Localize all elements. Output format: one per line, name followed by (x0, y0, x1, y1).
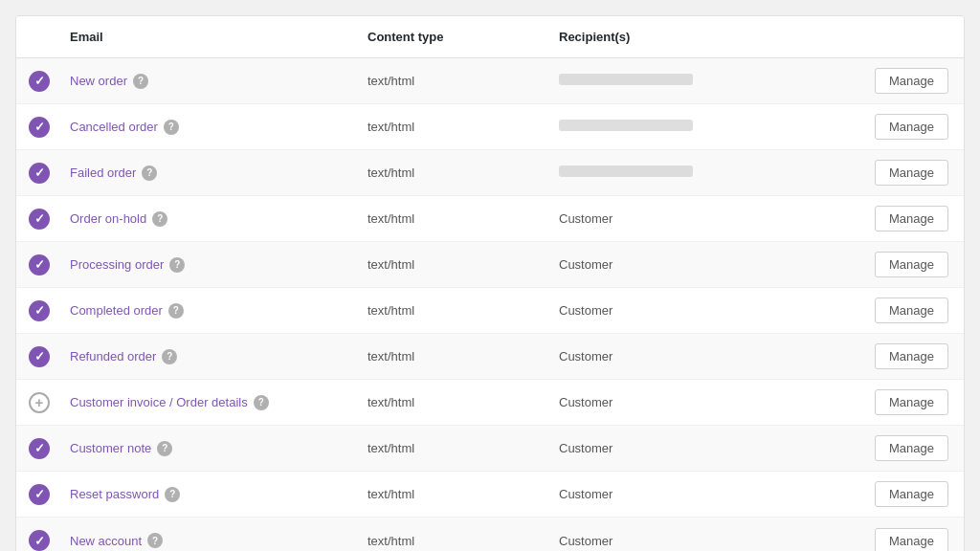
recipient-cell: Customer (551, 303, 849, 318)
recipient-cell: Customer (551, 534, 849, 548)
disabled-icon: + (29, 392, 50, 413)
action-cell: Manage (849, 68, 964, 94)
help-icon[interactable]: ? (152, 211, 167, 227)
help-icon[interactable]: ? (254, 395, 269, 410)
enabled-icon: ✓ (29, 254, 50, 276)
recipient-cell: Customer (551, 211, 849, 226)
manage-button-cancelled-order[interactable]: Manage (875, 114, 948, 140)
status-icon-cell: ✓ (16, 530, 62, 551)
manage-button-refunded-order[interactable]: Manage (875, 343, 948, 369)
manage-button-new-account[interactable]: Manage (875, 528, 948, 552)
email-cell: Refunded order? (62, 349, 360, 364)
action-cell: Manage (849, 481, 964, 507)
table-row: ✓Processing order?text/htmlCustomerManag… (16, 242, 964, 288)
action-cell: Manage (849, 343, 964, 369)
action-cell: Manage (849, 252, 964, 277)
help-icon[interactable]: ? (162, 349, 177, 364)
redacted-recipient (559, 165, 693, 177)
content-type-cell: text/html (360, 165, 551, 180)
status-icon-cell: ✓ (16, 300, 62, 321)
email-link-order-on-hold[interactable]: Order on-hold (70, 211, 146, 226)
email-table: Email Content type Recipient(s) ✓New ord… (15, 15, 965, 551)
email-cell: Completed order? (62, 303, 360, 319)
help-icon[interactable]: ? (168, 303, 184, 319)
table-row: ✓Cancelled order?text/htmlManage (16, 104, 964, 150)
email-link-refunded-order[interactable]: Refunded order (70, 349, 156, 364)
table-row: +Customer invoice / Order details?text/h… (16, 380, 964, 426)
header-recipients: Recipient(s) (551, 26, 849, 48)
email-link-completed-order[interactable]: Completed order (70, 303, 163, 318)
action-cell: Manage (849, 160, 964, 186)
manage-button-order-on-hold[interactable]: Manage (875, 206, 948, 231)
status-icon-cell: ✓ (16, 438, 62, 459)
recipient-cell: Customer (551, 487, 849, 501)
email-cell: Failed order? (62, 165, 360, 181)
help-icon[interactable]: ? (164, 120, 179, 135)
table-body: ✓New order?text/htmlManage✓Cancelled ord… (16, 58, 964, 551)
header-email: Email (62, 26, 360, 48)
email-link-processing-order[interactable]: Processing order (70, 257, 164, 272)
help-icon[interactable]: ? (157, 441, 172, 456)
content-type-cell: text/html (360, 441, 551, 455)
email-cell: New account? (62, 533, 360, 548)
recipient-cell: Customer (551, 349, 849, 364)
status-icon-cell: ✓ (16, 117, 62, 138)
help-icon[interactable]: ? (169, 257, 185, 273)
table-row: ✓Completed order?text/htmlCustomerManage (16, 288, 964, 334)
help-icon[interactable]: ? (147, 533, 163, 548)
status-icon-cell: + (16, 392, 62, 413)
email-cell: Processing order? (62, 257, 360, 273)
enabled-icon: ✓ (29, 117, 50, 138)
status-icon-cell: ✓ (16, 163, 62, 184)
help-icon[interactable]: ? (165, 487, 180, 502)
table-row: ✓Customer note?text/htmlCustomerManage (16, 426, 964, 472)
manage-button-completed-order[interactable]: Manage (875, 298, 948, 323)
status-icon-cell: ✓ (16, 346, 62, 367)
content-type-cell: text/html (360, 257, 551, 272)
action-cell: Manage (849, 389, 964, 415)
recipient-cell: Customer (551, 395, 849, 409)
status-icon-cell: ✓ (16, 209, 62, 230)
status-icon-cell: ✓ (16, 254, 62, 276)
enabled-icon: ✓ (29, 438, 50, 459)
manage-button-customer-note[interactable]: Manage (875, 435, 948, 461)
recipient-cell: Customer (551, 441, 849, 455)
action-cell: Manage (849, 114, 964, 140)
content-type-cell: text/html (360, 534, 551, 548)
recipient-cell (551, 120, 849, 134)
manage-button-failed-order[interactable]: Manage (875, 160, 948, 186)
manage-button-new-order[interactable]: Manage (875, 68, 948, 94)
status-icon-cell: ✓ (16, 71, 62, 92)
action-cell: Manage (849, 298, 964, 323)
help-icon[interactable]: ? (133, 74, 148, 89)
manage-button-reset-password[interactable]: Manage (875, 481, 948, 507)
table-row: ✓Reset password?text/htmlCustomerManage (16, 472, 964, 518)
content-type-cell: text/html (360, 120, 551, 134)
content-type-cell: text/html (360, 349, 551, 364)
email-cell: Customer note? (62, 441, 360, 456)
action-cell: Manage (849, 206, 964, 231)
email-cell: Customer invoice / Order details? (62, 395, 360, 410)
recipient-cell: Customer (551, 257, 849, 272)
table-row: ✓Order on-hold?text/htmlCustomerManage (16, 196, 964, 242)
email-cell: Reset password? (62, 487, 360, 502)
email-link-reset-password[interactable]: Reset password (70, 487, 159, 501)
content-type-cell: text/html (360, 211, 551, 226)
email-link-new-order[interactable]: New order (70, 74, 127, 88)
redacted-recipient (559, 120, 693, 131)
help-icon[interactable]: ? (142, 165, 157, 181)
email-link-new-account[interactable]: New account (70, 534, 142, 548)
table-row: ✓Refunded order?text/htmlCustomerManage (16, 334, 964, 380)
email-link-customer-invoice[interactable]: Customer invoice / Order details (70, 395, 248, 409)
email-cell: Cancelled order? (62, 120, 360, 135)
status-icon-cell: ✓ (16, 484, 62, 505)
enabled-icon: ✓ (29, 209, 50, 230)
action-cell: Manage (849, 435, 964, 461)
email-link-customer-note[interactable]: Customer note (70, 441, 151, 455)
email-link-cancelled-order[interactable]: Cancelled order (70, 120, 158, 134)
enabled-icon: ✓ (29, 71, 50, 92)
manage-button-processing-order[interactable]: Manage (875, 252, 948, 277)
manage-button-customer-invoice[interactable]: Manage (875, 389, 948, 415)
email-link-failed-order[interactable]: Failed order (70, 165, 136, 180)
enabled-icon: ✓ (29, 300, 50, 321)
